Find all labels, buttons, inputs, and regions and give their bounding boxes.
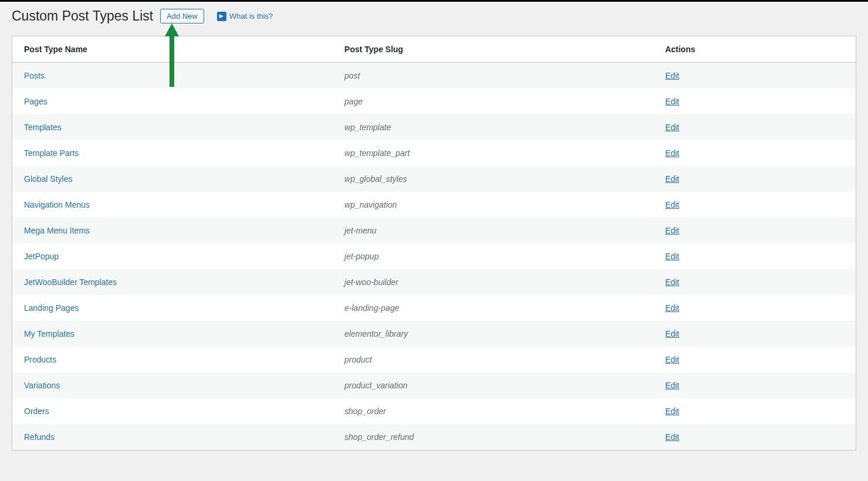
edit-link[interactable]: Edit: [665, 174, 679, 184]
edit-link[interactable]: Edit: [665, 252, 679, 261]
table-row: My Templateselementor_libraryEdit: [12, 321, 856, 347]
post-type-name-link[interactable]: Navigation Menus: [24, 200, 90, 209]
post-type-name-link[interactable]: Template Parts: [24, 148, 79, 158]
edit-link[interactable]: Edit: [665, 97, 679, 106]
table-row: Variationsproduct_variationEdit: [12, 372, 856, 398]
play-icon: ▶: [217, 12, 226, 21]
table-row: Landing Pagese-landing-pageEdit: [12, 295, 856, 321]
page-title: Custom Post Types List: [12, 8, 153, 25]
post-type-slug: page: [333, 89, 653, 114]
post-type-slug: shop_order_refund: [333, 424, 653, 450]
edit-link[interactable]: Edit: [665, 148, 679, 158]
post-type-name-link[interactable]: JetWooBuilder Templates: [24, 277, 117, 287]
post-type-slug: wp_template_part: [333, 140, 653, 166]
table-row: ProductsproductEdit: [12, 347, 856, 372]
edit-link[interactable]: Edit: [665, 329, 679, 338]
add-new-button[interactable]: Add New: [160, 9, 204, 23]
post-type-name-link[interactable]: My Templates: [24, 329, 74, 338]
post-type-name-link[interactable]: Posts: [24, 71, 45, 80]
post-type-name-link[interactable]: Orders: [24, 407, 49, 416]
table-row: Mega Menu Itemsjet-menuEdit: [12, 218, 856, 243]
post-type-slug: elementor_library: [333, 321, 653, 347]
edit-link[interactable]: Edit: [665, 407, 679, 416]
table-row: JetWooBuilder Templatesjet-woo-builderEd…: [12, 269, 856, 295]
post-type-name-link[interactable]: Mega Menu Items: [24, 226, 90, 235]
what-is-this-label: What is this?: [229, 12, 273, 21]
post-type-slug: jet-menu: [333, 218, 653, 243]
table-row: Navigation Menuswp_navigationEdit: [12, 192, 856, 218]
post-type-name-link[interactable]: Landing Pages: [24, 303, 79, 313]
table-row: JetPopupjet-popupEdit: [12, 243, 856, 269]
table-row: Refundsshop_order_refundEdit: [12, 424, 856, 450]
table-row: Ordersshop_orderEdit: [12, 398, 856, 424]
edit-link[interactable]: Edit: [665, 381, 679, 390]
post-type-name-link[interactable]: Templates: [24, 123, 62, 132]
post-type-name-link[interactable]: Variations: [24, 381, 60, 390]
edit-link[interactable]: Edit: [665, 200, 679, 209]
table-row: Templateswp_templateEdit: [12, 114, 856, 140]
edit-link[interactable]: Edit: [665, 71, 679, 80]
post-type-slug: wp_navigation: [333, 192, 653, 218]
edit-link[interactable]: Edit: [665, 432, 679, 442]
post-type-name-link[interactable]: Global Styles: [24, 174, 72, 184]
page-header: Custom Post Types List Add New ▶ What is…: [12, 8, 856, 25]
post-type-slug: jet-popup: [333, 243, 653, 269]
post-types-table: Post Type Name Post Type Slug Actions Po…: [12, 36, 856, 450]
post-type-slug: wp_template: [333, 114, 653, 140]
edit-link[interactable]: Edit: [665, 355, 679, 364]
post-type-slug: post: [333, 62, 653, 89]
svg-marker-1: [165, 23, 179, 36]
table-header-row: Post Type Name Post Type Slug Actions: [12, 36, 856, 62]
column-header-name: Post Type Name: [12, 36, 333, 62]
edit-link[interactable]: Edit: [665, 123, 679, 132]
table-row: PagespageEdit: [12, 89, 856, 114]
edit-link[interactable]: Edit: [665, 226, 679, 235]
post-type-name-link[interactable]: Pages: [24, 97, 48, 106]
table-row: PostspostEdit: [12, 62, 856, 89]
post-type-slug: jet-woo-builder: [333, 269, 653, 295]
post-type-name-link[interactable]: JetPopup: [24, 252, 59, 261]
post-type-name-link[interactable]: Refunds: [24, 432, 55, 442]
edit-link[interactable]: Edit: [665, 277, 679, 287]
table-row: Template Partswp_template_partEdit: [12, 140, 856, 166]
post-type-slug: wp_global_styles: [333, 166, 653, 192]
table-row: Global Styleswp_global_stylesEdit: [12, 166, 856, 192]
edit-link[interactable]: Edit: [665, 303, 679, 313]
post-type-slug: product_variation: [333, 372, 653, 398]
post-type-name-link[interactable]: Products: [24, 355, 56, 364]
post-type-slug: product: [333, 347, 653, 372]
post-type-slug: shop_order: [333, 398, 653, 424]
post-type-slug: e-landing-page: [333, 295, 653, 321]
column-header-slug: Post Type Slug: [333, 36, 653, 62]
what-is-this-link[interactable]: ▶ What is this?: [217, 12, 273, 21]
column-header-actions: Actions: [653, 36, 856, 62]
